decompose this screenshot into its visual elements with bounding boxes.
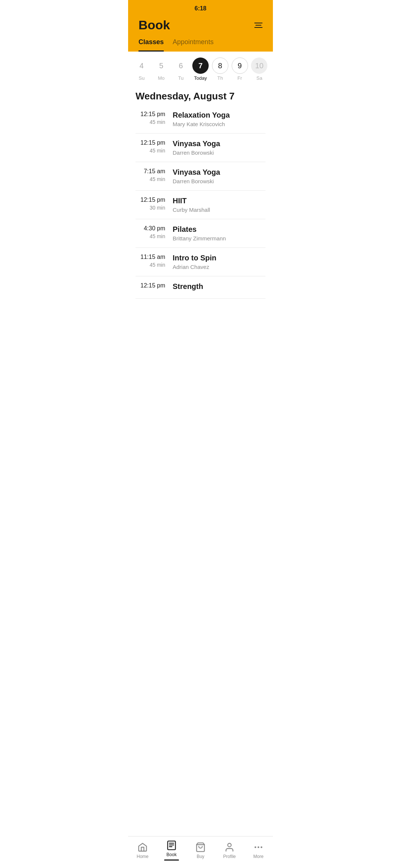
class-info-0: Relaxation Yoga Mary Kate Kriscovich [173, 111, 265, 127]
class-instructor-5: Adrian Chavez [173, 264, 265, 270]
status-time: 6:18 [195, 5, 206, 12]
class-info-4: Pilates Brittany Zimmermann [173, 225, 265, 241]
day-label-today: Today [194, 75, 207, 81]
class-instructor-3: Curby Marshall [173, 207, 265, 213]
duration-1: 45 min [150, 148, 165, 154]
day-number-10: 10 [251, 57, 267, 74]
time-text-1: 12:15 pm [140, 139, 165, 146]
class-info-2: Vinyasa Yoga Darren Borowski [173, 168, 265, 184]
day-label-10: Sa [257, 75, 263, 81]
class-item-6[interactable]: 12:15 pm Strength [136, 276, 265, 299]
class-item-2[interactable]: 7:15 am 45 min Vinyasa Yoga Darren Borow… [136, 162, 265, 191]
day-number-4: 4 [133, 57, 150, 74]
class-time-3: 12:15 pm 30 min [136, 197, 173, 211]
class-info-5: Intro to Spin Adrian Chavez [173, 254, 265, 270]
class-name-3: HIIT [173, 197, 265, 205]
day-number-9: 9 [232, 57, 248, 74]
class-info-1: Vinyasa Yoga Darren Borowski [173, 139, 265, 156]
class-info-3: HIIT Curby Marshall [173, 197, 265, 213]
classes-list: 12:15 pm 45 min Relaxation Yoga Mary Kat… [128, 105, 273, 299]
day-item-9[interactable]: 9 Fr [232, 57, 248, 81]
time-text-4: 4:30 pm [144, 225, 165, 232]
day-label-6: Tu [178, 75, 184, 81]
time-text-3: 12:15 pm [140, 197, 165, 203]
class-item-3[interactable]: 12:15 pm 30 min HIIT Curby Marshall [136, 191, 265, 219]
class-time-6: 12:15 pm [136, 282, 173, 290]
duration-2: 45 min [150, 176, 165, 182]
day-item-7[interactable]: 7 Today [192, 57, 209, 81]
class-info-6: Strength [173, 282, 265, 292]
class-instructor-4: Brittany Zimmermann [173, 235, 265, 241]
day-item-5[interactable]: 5 Mo [153, 57, 169, 81]
day-item-10[interactable]: 10 Sa [251, 57, 267, 81]
time-text-6: 12:15 pm [140, 282, 165, 289]
day-label-5: Mo [158, 75, 164, 81]
class-item-1[interactable]: 12:15 pm 45 min Vinyasa Yoga Darren Boro… [136, 134, 265, 162]
time-text-2: 7:15 am [144, 168, 165, 175]
filter-button[interactable] [254, 23, 263, 28]
class-time-4: 4:30 pm 45 min [136, 225, 173, 239]
class-item-5[interactable]: 11:15 am 45 min Intro to Spin Adrian Cha… [136, 248, 265, 276]
class-name-6: Strength [173, 282, 265, 291]
class-item-0[interactable]: 12:15 pm 45 min Relaxation Yoga Mary Kat… [136, 105, 265, 134]
class-instructor-0: Mary Kate Kriscovich [173, 121, 265, 127]
day-number-8: 8 [212, 57, 228, 74]
app-header: 6:18 Book Classes Appointments [128, 0, 273, 52]
calendar-section: 4 Su 5 Mo 6 Tu 7 Today 8 Th [128, 52, 273, 84]
time-text-5: 11:15 am [140, 254, 165, 260]
class-time-0: 12:15 pm 45 min [136, 111, 173, 125]
day-number-6: 6 [173, 57, 189, 74]
status-bar: 6:18 [138, 5, 263, 15]
day-item-4[interactable]: 4 Su [133, 57, 150, 81]
day-label-9: Fr [238, 75, 242, 81]
duration-4: 45 min [150, 233, 165, 239]
days-row: 4 Su 5 Mo 6 Tu 7 Today 8 Th [133, 57, 268, 81]
day-item-8[interactable]: 8 Th [212, 57, 228, 81]
duration-3: 30 min [150, 205, 165, 211]
day-number-5: 5 [153, 57, 169, 74]
filter-line-1 [254, 23, 263, 23]
class-time-1: 12:15 pm 45 min [136, 139, 173, 154]
day-item-6[interactable]: 6 Tu [173, 57, 189, 81]
page-title: Book [138, 18, 170, 32]
tabs-container: Classes Appointments [138, 38, 263, 52]
class-time-5: 11:15 am 45 min [136, 254, 173, 268]
tab-classes[interactable]: Classes [138, 38, 164, 52]
class-instructor-2: Darren Borowski [173, 178, 265, 184]
filter-line-3 [254, 27, 263, 28]
class-time-2: 7:15 am 45 min [136, 168, 173, 182]
class-name-4: Pilates [173, 225, 265, 234]
content-area: 4 Su 5 Mo 6 Tu 7 Today 8 Th [128, 52, 273, 328]
time-text-0: 12:15 pm [140, 111, 165, 118]
class-item-4[interactable]: 4:30 pm 45 min Pilates Brittany Zimmerma… [136, 219, 265, 248]
day-label-4: Su [138, 75, 144, 81]
date-heading: Wednesday, August 7 [128, 84, 273, 105]
class-name-0: Relaxation Yoga [173, 111, 265, 119]
filter-line-2 [255, 25, 261, 26]
class-instructor-1: Darren Borowski [173, 149, 265, 156]
header-row: Book [138, 15, 263, 38]
class-name-1: Vinyasa Yoga [173, 139, 265, 148]
class-name-2: Vinyasa Yoga [173, 168, 265, 177]
class-name-5: Intro to Spin [173, 254, 265, 262]
tab-appointments[interactable]: Appointments [173, 38, 213, 52]
duration-5: 45 min [150, 262, 165, 268]
day-label-8: Th [217, 75, 223, 81]
duration-0: 45 min [150, 119, 165, 125]
day-number-7: 7 [192, 57, 209, 74]
